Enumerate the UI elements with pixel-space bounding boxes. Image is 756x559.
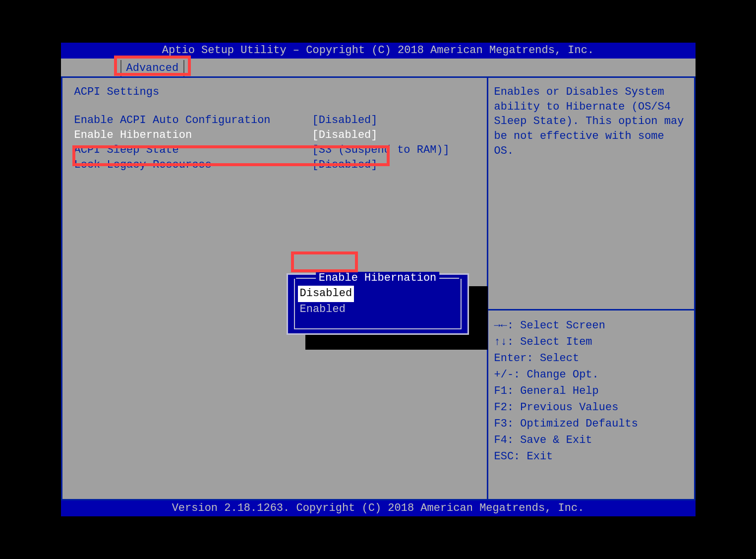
title-bar: Aptio Setup Utility – Copyright (C) 2018… [61, 43, 696, 59]
popup-option-enabled[interactable]: Enabled [298, 303, 348, 316]
setting-label: Enable Hibernation [74, 128, 312, 143]
key-help-line: F1: General Help [494, 383, 688, 399]
setting-value: [Disabled] [312, 158, 378, 173]
item-help-text: Enables or Disables System ability to Hi… [488, 78, 694, 311]
setting-row[interactable]: Lock Legacy Resources [Disabled] [74, 158, 475, 173]
setting-value: [S3 (Suspend to RAM)] [312, 143, 450, 158]
setting-label: Lock Legacy Resources [74, 158, 312, 173]
key-help-line: →←: Select Screen [494, 317, 688, 334]
main-area: ACPI Settings Enable ACPI Auto Configura… [61, 76, 696, 500]
settings-panel: ACPI Settings Enable ACPI Auto Configura… [62, 78, 488, 499]
key-help-line: F3: Optimized Defaults [494, 416, 688, 432]
setting-row[interactable]: Enable ACPI Auto Configuration [Disabled… [74, 113, 475, 128]
popup-option-disabled[interactable]: Disabled [298, 286, 354, 302]
setting-value: [Disabled] [312, 113, 378, 128]
tab-row: Advanced [61, 59, 696, 76]
setting-label: ACPI Sleep State [74, 143, 312, 158]
key-help-line: ↑↓: Select Item [494, 334, 688, 350]
key-help-line: F2: Previous Values [494, 399, 688, 416]
section-heading: ACPI Settings [74, 86, 475, 98]
key-help-line: Enter: Select [494, 350, 688, 367]
key-help-line: F4: Save & Exit [494, 432, 688, 448]
key-help-line: +/-: Change Opt. [494, 367, 688, 383]
option-popup: Enable Hibernation Disabled Enabled [287, 273, 469, 335]
setting-value: [Disabled] [312, 128, 378, 143]
key-help: →←: Select Screen ↑↓: Select Item Enter:… [488, 311, 694, 499]
setting-row[interactable]: ACPI Sleep State [S3 (Suspend to RAM)] [74, 143, 475, 158]
key-help-line: ESC: Exit [494, 448, 688, 465]
setting-label: Enable ACPI Auto Configuration [74, 113, 312, 128]
right-panel: Enables or Disables System ability to Hi… [488, 78, 694, 499]
bios-screen: Aptio Setup Utility – Copyright (C) 2018… [61, 43, 696, 516]
tab-advanced[interactable]: Advanced [120, 60, 185, 76]
footer-bar: Version 2.18.1263. Copyright (C) 2018 Am… [61, 500, 696, 516]
popup-title: Enable Hibernation [316, 272, 440, 284]
setting-row-selected[interactable]: Enable Hibernation [Disabled] [74, 128, 475, 143]
